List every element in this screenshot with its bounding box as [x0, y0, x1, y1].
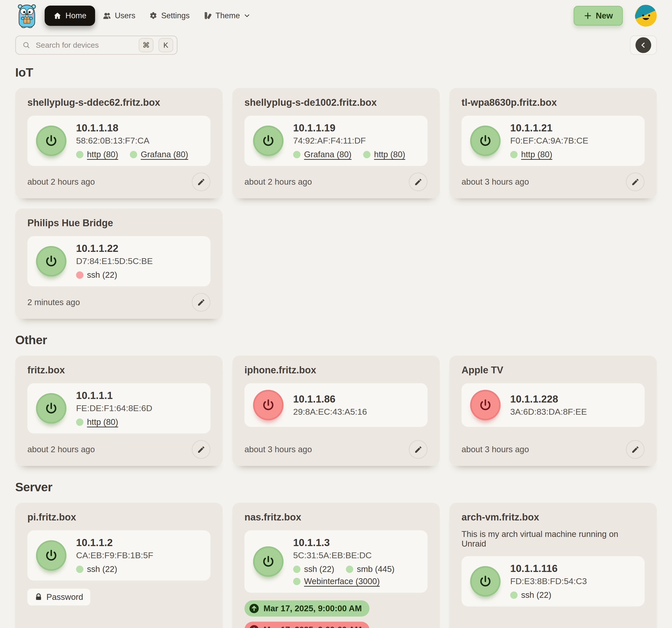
device-card: fritz.box 10.1.1.1 FE:DE:F1:64:8E:6D htt…: [15, 356, 223, 466]
device-ip: 10.1.1.116: [510, 563, 587, 574]
port-link[interactable]: http (80): [87, 417, 118, 427]
pencil-icon: [197, 178, 206, 186]
power-button[interactable]: [470, 566, 501, 597]
power-button[interactable]: [470, 390, 501, 420]
device-card: shellyplug-s-ddec62.fritz.box 10.1.1.18 …: [15, 88, 223, 198]
port-link[interactable]: http (80): [87, 149, 118, 159]
power-button[interactable]: [36, 125, 67, 156]
device-summary-tile: 10.1.1.1 FE:DE:F1:64:8E:6D http (80): [27, 383, 211, 434]
device-summary-tile: 10.1.1.18 58:62:0B:13:F7:CA http (80) Gr…: [27, 116, 211, 166]
card-footer: about 2 hours ago: [27, 434, 211, 459]
device-summary-tile: 10.1.1.228 3A:6D:83:DA:8F:EE: [461, 383, 645, 427]
port-label: ssh (22): [87, 564, 117, 574]
power-icon: [262, 398, 275, 412]
device-summary-tile: 10.1.1.2 CA:EB:F9:FB:1B:5F ssh (22): [27, 530, 211, 581]
page: Home Users Settings Theme: [0, 0, 672, 628]
card-footer: about 3 hours ago: [461, 434, 645, 459]
nav-label: Users: [115, 11, 136, 20]
device-name: Philips Hue Bridge: [27, 218, 211, 229]
user-avatar[interactable]: [635, 5, 657, 27]
device-mac: FE:DE:F1:64:8E:6D: [76, 403, 152, 413]
port-status-dot: [293, 565, 301, 573]
device-mac: 74:92:AF:F4:11:DF: [293, 136, 405, 145]
device-name: pi.fritz.box: [27, 512, 211, 523]
main-nav: Home Users Settings Theme: [45, 5, 256, 26]
last-seen: about 2 hours ago: [244, 177, 312, 187]
collapse-button[interactable]: [630, 36, 657, 55]
port-list: http (80): [510, 149, 588, 159]
power-icon: [45, 402, 58, 415]
edit-button[interactable]: [192, 293, 211, 312]
shutdown-schedule-badge: Mar 17, 2025, 2:00:00 AM: [244, 622, 369, 628]
nav-item-home[interactable]: Home: [45, 5, 95, 26]
pencil-icon: [197, 445, 206, 454]
nav-item-theme[interactable]: Theme: [197, 6, 256, 25]
new-device-button[interactable]: New: [574, 6, 623, 26]
nav-label: Theme: [216, 11, 240, 20]
iot-grid-row-2: Philips Hue Bridge 10.1.1.22 D7:84:E1:5D…: [15, 208, 657, 319]
device-card: pi.fritz.box 10.1.1.2 CA:EB:F9:FB:1B:5F …: [15, 503, 223, 628]
toolbar-row: ⌘ K: [15, 36, 657, 55]
gear-icon: [149, 11, 158, 20]
device-ip: 10.1.1.228: [510, 393, 587, 405]
port-link[interactable]: http (80): [521, 149, 552, 159]
port-list: http (80): [76, 417, 152, 427]
power-button[interactable]: [36, 393, 67, 423]
edit-button[interactable]: [626, 172, 645, 191]
device-mac: 3A:6D:83:DA:8F:EE: [510, 407, 587, 417]
port-link[interactable]: Webinterface (3000): [304, 577, 380, 586]
edit-button[interactable]: [409, 172, 428, 191]
power-button[interactable]: [36, 246, 67, 277]
power-button[interactable]: [253, 125, 284, 156]
edit-button[interactable]: [192, 440, 211, 459]
device-card: iphone.fritz.box 10.1.1.86 29:8A:EC:43:A…: [232, 356, 440, 466]
plus-icon: [583, 11, 592, 20]
port-list: Grafana (80) http (80): [293, 149, 405, 159]
power-button[interactable]: [253, 390, 284, 420]
port-status-dot: [510, 151, 518, 158]
port-item: Grafana (80): [130, 149, 188, 159]
edit-button[interactable]: [409, 440, 428, 459]
command-key-badge: ⌘: [139, 38, 153, 52]
top-nav: Home Users Settings Theme: [15, 0, 657, 27]
device-mac: 58:62:0B:13:F7:CA: [76, 136, 188, 145]
nav-item-users[interactable]: Users: [97, 6, 142, 25]
port-list: http (80) Grafana (80): [76, 149, 188, 159]
port-link[interactable]: http (80): [374, 149, 405, 159]
pencil-icon: [414, 445, 423, 454]
device-name: iphone.fritz.box: [244, 365, 428, 376]
edit-button[interactable]: [192, 172, 211, 191]
pencil-icon: [197, 298, 206, 307]
section-title-iot: IoT: [15, 66, 657, 79]
power-button[interactable]: [470, 125, 501, 156]
power-icon: [479, 575, 492, 588]
power-button[interactable]: [36, 540, 67, 571]
device-card: tl-wpa8630p.fritz.box 10.1.1.21 F0:EF:CA…: [449, 88, 657, 198]
search-input[interactable]: [35, 41, 134, 50]
device-search: ⌘ K: [15, 36, 177, 55]
edit-button[interactable]: [626, 440, 645, 459]
wake-schedule-label: Mar 17, 2025, 9:00:00 AM: [263, 604, 362, 613]
power-icon: [45, 134, 58, 147]
last-seen: about 3 hours ago: [461, 445, 529, 454]
nav-label: Settings: [161, 11, 190, 20]
device-summary-tile: 10.1.1.116 FD:E3:8B:FD:54:C3 ssh (22): [461, 556, 645, 606]
device-ip: 10.1.1.86: [293, 393, 367, 405]
port-link[interactable]: Grafana (80): [304, 149, 352, 159]
port-label: ssh (22): [521, 590, 551, 600]
pencil-icon: [631, 445, 640, 454]
card-footer: 2 minutes ago: [27, 286, 211, 312]
port-link[interactable]: Grafana (80): [141, 149, 188, 159]
nav-item-settings[interactable]: Settings: [143, 6, 196, 25]
device-summary-tile: 10.1.1.19 74:92:AF:F4:11:DF Grafana (80)…: [244, 116, 428, 166]
device-mac: 29:8A:EC:43:A5:16: [293, 407, 367, 417]
port-status-dot: [76, 271, 83, 279]
card-footer: about 3 hours ago: [461, 166, 645, 191]
port-item: ssh (22): [293, 564, 334, 574]
port-list: ssh (22): [76, 270, 153, 280]
pencil-icon: [414, 178, 423, 186]
port-list: ssh (22): [76, 564, 153, 574]
power-button[interactable]: [253, 546, 284, 577]
arrow-up-circle-icon: [248, 603, 260, 614]
device-mac: FD:E3:8B:FD:54:C3: [510, 576, 587, 586]
